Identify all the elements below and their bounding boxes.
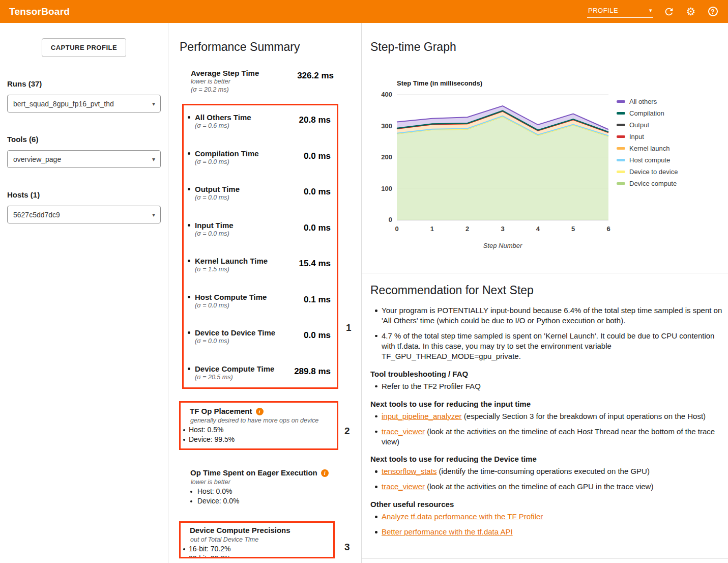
runs-select[interactable]: bert_squad_8gpu_fp16_pvt_thd ▾ <box>7 95 161 112</box>
app-header: TensorBoard PROFILE ▾ ⚙ ? <box>0 0 728 23</box>
info-icon[interactable]: i <box>321 469 329 477</box>
info-icon[interactable]: i <box>256 408 264 415</box>
step-time-chart[interactable]: Step Time (in milliseconds) Step Number … <box>362 76 727 273</box>
metric-sigma: (σ = 0.0 ms) <box>195 158 259 166</box>
legend-item: Output <box>617 121 678 129</box>
metric-item: Output Time (σ = 0.0 ms) 0.0 ms <box>187 184 331 202</box>
annotation-box-1: All Others Time (σ = 0.6 ms) 20.8 ms Com… <box>182 104 338 389</box>
metric-item: Device Compute Time (σ = 20.5 ms) 289.8 … <box>187 364 331 382</box>
list-item: 16-bit: 70.2% <box>183 544 328 554</box>
input-pipeline-analyzer-link[interactable]: input_pipeline_analyzer <box>382 412 462 420</box>
metric-label: Kernel Launch Time <box>195 256 268 266</box>
capture-profile-button[interactable]: CAPTURE PROFILE <box>42 38 126 57</box>
metric-item: Host Compute Time (σ = 0.0 ms) 0.1 ms <box>187 292 331 310</box>
y-axis-tick: 200 <box>362 153 392 161</box>
settings-gear-icon[interactable]: ⚙ <box>685 6 697 18</box>
y-axis-tick: 100 <box>362 185 392 192</box>
metric-note: lower is better <box>191 78 259 86</box>
sidebar: CAPTURE PROFILE Runs (37) bert_squad_8gp… <box>0 23 168 563</box>
list-item: Refer to the TF2 Profiler FAQ <box>373 381 727 391</box>
trace-viewer-link[interactable]: trace_viewer <box>382 427 425 436</box>
tf-op-placement-list: Host: 0.5% Device: 99.5% <box>183 425 332 444</box>
tools-select[interactable]: overview_page ▾ <box>7 150 161 168</box>
metric-label: All Others Time <box>195 112 251 122</box>
metric-label: Compilation Time <box>195 149 259 158</box>
runs-select-value: bert_squad_8gpu_fp16_pvt_thd <box>13 100 114 108</box>
tfdata-api-link[interactable]: Better performance with the tf.data API <box>382 527 513 536</box>
metric-item: All Others Time (σ = 0.6 ms) 20.8 ms <box>187 112 331 130</box>
metric-sigma: (σ = 0.0 ms) <box>195 194 240 202</box>
tensorflow-stats-link[interactable]: tensorflow_stats <box>382 467 436 475</box>
annotation-number-2: 2 <box>344 426 350 437</box>
metric-label: Output Time <box>195 184 240 194</box>
chevron-down-icon: ▾ <box>152 211 155 218</box>
metric-value: 0.0 ms <box>304 330 331 346</box>
metric-value: 0.0 ms <box>304 187 331 202</box>
chart-title: Step Time (in milliseconds) <box>397 79 482 87</box>
metric-label: Input Time <box>195 220 234 230</box>
y-axis-tick: 300 <box>362 122 392 130</box>
metric-sigma: (σ = 1.5 ms) <box>195 266 268 274</box>
trace-viewer-link[interactable]: trace_viewer <box>382 482 425 491</box>
dashboard-select[interactable]: PROFILE ▾ <box>587 5 653 18</box>
performance-summary-title: Performance Summary <box>180 40 361 54</box>
legend-label: Compilation <box>629 109 664 117</box>
legend-label: Device compute <box>629 180 677 187</box>
device-tools-heading: Next tools to use for reducing the Devic… <box>370 455 727 463</box>
legend-item: Device compute <box>617 180 678 187</box>
metric-sigma: (σ = 20.5 ms) <box>195 374 274 382</box>
section-divider <box>362 273 728 273</box>
metric-label: Device Compute Time <box>195 364 274 374</box>
bullet-icon <box>188 224 190 227</box>
legend-item: Compilation <box>617 109 678 117</box>
chevron-down-icon: ▾ <box>152 156 155 163</box>
legend-swatch <box>617 171 625 173</box>
list-item: Device: 99.5% <box>183 435 332 444</box>
tfdata-performance-link[interactable]: Analyze tf.data performance with the TF … <box>382 512 543 521</box>
bullet-icon <box>188 152 190 155</box>
legend-item: Device to device <box>617 168 678 176</box>
metric-item: Input Time (σ = 0.0 ms) 0.0 ms <box>187 220 331 238</box>
eager-list: Host: 0.0% Device: 0.0% <box>190 487 361 505</box>
section-divider <box>362 558 728 559</box>
recommendation-bullet: 4.7 % of the total step time sampled is … <box>373 331 727 361</box>
list-item: Host: 0.0% <box>196 487 361 496</box>
x-axis-tick: 0 <box>389 225 404 233</box>
help-icon[interactable]: ? <box>707 6 719 18</box>
list-item: Better performance with the tf.data API <box>373 527 727 537</box>
chevron-down-icon: ▾ <box>649 7 652 14</box>
x-axis-tick: 6 <box>601 225 616 233</box>
step-time-plot[interactable] <box>397 95 608 221</box>
legend-swatch <box>617 147 625 150</box>
metric-item: Kernel Launch Time (σ = 1.5 ms) 15.4 ms <box>187 256 331 274</box>
other-resources-heading: Other useful resources <box>370 500 727 509</box>
other-resources-list: Analyze tf.data performance with the TF … <box>373 512 727 537</box>
recommendation-title: Recommendation for Next Step <box>370 284 727 297</box>
tools-label: Tools (6) <box>7 135 168 144</box>
chart-legend: All othersCompilationOutputInputKernel l… <box>617 98 678 187</box>
eager-execution-block: Op Time Spent on Eager Execution i lower… <box>190 468 361 505</box>
performance-summary-section: Performance Summary Average Step Time lo… <box>168 23 362 563</box>
legend-label: Input <box>629 133 644 140</box>
legend-label: Kernel launch <box>629 145 670 152</box>
y-axis-tick: 400 <box>362 91 392 98</box>
metric-sigma: (σ = 20.2 ms) <box>191 86 259 94</box>
input-tools-heading: Next tools to use for reducing the input… <box>370 400 727 408</box>
legend-label: Host compute <box>629 156 670 164</box>
hosts-select[interactable]: 5627c5dd7dc9 ▾ <box>7 206 161 223</box>
eager-note: lower is better <box>191 478 361 486</box>
average-step-time-row: Average Step Time lower is better (σ = 2… <box>191 68 334 94</box>
link-description: (especially Section 3 for the breakdown … <box>462 412 706 420</box>
metric-sigma: (σ = 0.0 ms) <box>195 302 267 310</box>
list-item: trace_viewer (look at the activities on … <box>373 427 727 447</box>
eager-title: Op Time Spent on Eager Execution i <box>190 468 361 477</box>
legend-swatch <box>617 182 625 185</box>
reload-icon[interactable] <box>663 6 675 18</box>
annotation-box-3: Device Compute Precisions out of Total D… <box>179 521 335 558</box>
list-item: input_pipeline_analyzer (especially Sect… <box>373 411 727 421</box>
legend-swatch <box>617 159 625 161</box>
metric-item: Compilation Time (σ = 0.0 ms) 0.0 ms <box>187 149 331 166</box>
metric-sigma: (σ = 0.0 ms) <box>195 230 234 238</box>
legend-label: Output <box>629 121 649 129</box>
link-description: (look at the activities on the timeline … <box>382 427 715 446</box>
